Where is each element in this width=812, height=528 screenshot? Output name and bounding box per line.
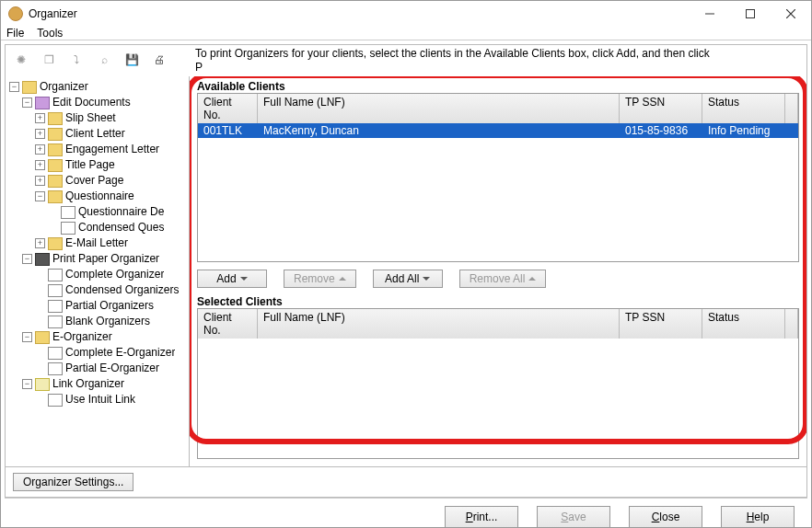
instruction-text: To print Organizers for your clients, se… xyxy=(190,45,806,76)
right-panel: Available Clients Client No. Full Name (… xyxy=(190,76,806,466)
table-row[interactable]: 001TLK MacKenny, Duncan 015-85-9836 Info… xyxy=(198,123,798,138)
tree-blank-organizers[interactable]: Blank Organizers xyxy=(35,314,187,329)
tree-use-intuit-link[interactable]: Use Intuit Link xyxy=(35,392,187,407)
svg-rect-0 xyxy=(747,10,755,18)
chevron-down-icon xyxy=(423,277,430,284)
close-button[interactable] xyxy=(771,1,811,27)
tree-title-page[interactable]: +Title Page xyxy=(35,157,187,173)
col-extra xyxy=(785,309,798,339)
cell-status: Info Pending xyxy=(702,123,785,138)
content-outer: ✺ ❐ ⤵ ⌕ 💾 🖨 To print Organizers for your… xyxy=(1,40,811,528)
tree-complete-e-organizer[interactable]: Complete E-Organizer xyxy=(35,345,187,361)
selected-body xyxy=(198,339,798,458)
tree-panel[interactable]: −Organizer −Edit Documents +Slip Sheet +… xyxy=(6,76,190,466)
window-controls xyxy=(690,1,811,27)
arrow-page-icon[interactable]: ⤵ xyxy=(66,50,87,70)
col-client-no[interactable]: Client No. xyxy=(198,94,258,123)
add-button[interactable]: Add xyxy=(197,270,267,288)
tree-cover-page[interactable]: +Cover Page xyxy=(35,173,187,189)
transfer-buttons: Add Remove Add All Remove All xyxy=(197,262,799,295)
selected-header: Client No. Full Name (LNF) TP SSN Status xyxy=(198,309,798,339)
tree-print-paper[interactable]: −Print Paper Organizer Complete Organize… xyxy=(22,251,187,329)
available-header: Client No. Full Name (LNF) TP SSN Status xyxy=(198,94,798,123)
tree-organizer[interactable]: −Organizer −Edit Documents +Slip Sheet +… xyxy=(9,79,187,407)
titlebar: Organizer xyxy=(1,1,811,27)
instruction-line1: To print Organizers for your clients, se… xyxy=(195,47,710,60)
tree-email-letter[interactable]: +E-Mail Letter xyxy=(35,235,187,251)
tree-partial-e-organizer[interactable]: Partial E-Organizer xyxy=(35,361,187,376)
col-full-name[interactable]: Full Name (LNF) xyxy=(258,309,620,339)
settings-bar: Organizer Settings... xyxy=(6,466,806,497)
toolbar: ✺ ❐ ⤵ ⌕ 💾 🖨 xyxy=(6,45,190,75)
tree-client-letter[interactable]: +Client Letter xyxy=(35,126,187,142)
instruction-line2: P xyxy=(195,61,203,74)
selected-clients-grid[interactable]: Client No. Full Name (LNF) TP SSN Status xyxy=(197,308,799,459)
tree-slip-sheet[interactable]: +Slip Sheet xyxy=(35,110,187,126)
printer-icon[interactable]: 🖨 xyxy=(149,50,169,70)
chevron-up-icon xyxy=(339,273,346,281)
col-extra xyxy=(785,94,798,123)
cell-name: MacKenny, Duncan xyxy=(258,123,620,138)
menu-tools[interactable]: Tools xyxy=(37,27,63,40)
content: ✺ ❐ ⤵ ⌕ 💾 🖨 To print Organizers for your… xyxy=(5,44,807,498)
footer-bar: Print... Save Close Help xyxy=(5,498,807,528)
window-title: Organizer xyxy=(29,7,690,20)
chevron-down-icon xyxy=(240,277,248,284)
col-full-name[interactable]: Full Name (LNF) xyxy=(258,94,620,123)
search-icon[interactable]: ⌕ xyxy=(94,50,114,70)
body-row: −Organizer −Edit Documents +Slip Sheet +… xyxy=(6,76,806,466)
save-button[interactable]: Save xyxy=(537,506,610,528)
tree-questionnaire-de[interactable]: Questionnaire De xyxy=(48,204,187,220)
tree-link-organizer[interactable]: −Link Organizer Use Intuit Link xyxy=(22,376,187,407)
tree-condensed-ques[interactable]: Condensed Ques xyxy=(48,220,187,235)
minimize-button[interactable] xyxy=(690,1,730,27)
chevron-up-icon xyxy=(528,273,536,281)
menubar: File Tools xyxy=(1,27,811,40)
col-tp-ssn[interactable]: TP SSN xyxy=(620,94,702,123)
tree-engagement-letter[interactable]: +Engagement Letter xyxy=(35,142,187,157)
tree-questionnaire[interactable]: −Questionnaire Questionnaire De Condense… xyxy=(35,189,187,235)
available-clients-label: Available Clients xyxy=(197,80,799,93)
app-window: Organizer File Tools ✺ ❐ ⤵ ⌕ 💾 🖨 To xyxy=(0,0,812,528)
copy-icon[interactable]: ❐ xyxy=(39,50,59,70)
col-tp-ssn[interactable]: TP SSN xyxy=(620,309,702,339)
col-client-no[interactable]: Client No. xyxy=(198,309,258,339)
cell-ssn: 015-85-9836 xyxy=(620,123,702,138)
menu-file[interactable]: File xyxy=(6,27,24,40)
app-icon xyxy=(8,6,23,21)
sun-icon[interactable]: ✺ xyxy=(11,50,31,70)
tree-edit-documents[interactable]: −Edit Documents +Slip Sheet +Client Lett… xyxy=(22,95,187,251)
col-status[interactable]: Status xyxy=(702,94,785,123)
col-status[interactable]: Status xyxy=(702,309,785,339)
available-clients-grid[interactable]: Client No. Full Name (LNF) TP SSN Status… xyxy=(197,93,799,262)
remove-button[interactable]: Remove xyxy=(284,270,356,288)
top-row: ✺ ❐ ⤵ ⌕ 💾 🖨 To print Organizers for your… xyxy=(6,45,806,76)
save-icon[interactable]: 💾 xyxy=(122,50,142,70)
organizer-settings-button[interactable]: Organizer Settings... xyxy=(13,473,133,491)
close-button-footer[interactable]: Close xyxy=(629,506,702,528)
cell-client-no: 001TLK xyxy=(198,123,258,138)
tree-complete-organizer[interactable]: Complete Organizer xyxy=(35,267,187,282)
tree-partial-organizers[interactable]: Partial Organizers xyxy=(35,298,187,314)
available-body: 001TLK MacKenny, Duncan 015-85-9836 Info… xyxy=(198,123,798,261)
remove-all-button[interactable]: Remove All xyxy=(459,270,547,288)
selected-clients-label: Selected Clients xyxy=(197,295,799,308)
tree-condensed-organizers[interactable]: Condensed Organizers xyxy=(35,282,187,298)
help-button[interactable]: Help xyxy=(721,506,795,528)
maximize-button[interactable] xyxy=(730,1,771,27)
tree-e-organizer[interactable]: −E-Organizer Complete E-Organizer Partia… xyxy=(22,329,187,376)
print-button[interactable]: Print... xyxy=(445,506,518,528)
add-all-button[interactable]: Add All xyxy=(373,270,443,288)
